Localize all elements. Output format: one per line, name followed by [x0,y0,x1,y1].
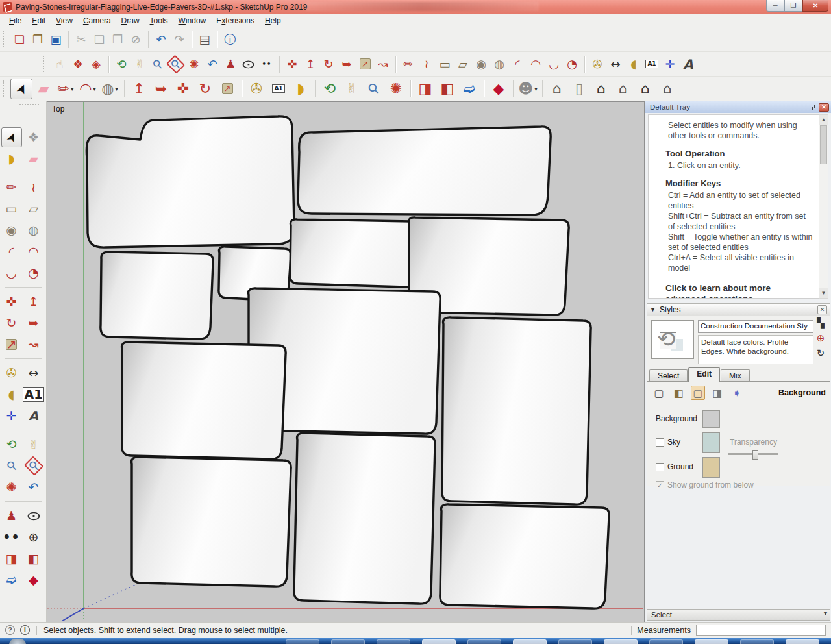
send-to-layout-button[interactable]: ➫ [458,79,480,99]
secondary-pane-icon[interactable]: ▚ [817,319,825,328]
help-status-icon[interactable]: ? [5,625,15,635]
tray-header[interactable]: Default Tray ✕ [645,101,831,113]
zoom-extents-tool[interactable]: ✺ [1,477,22,497]
model-info-button[interactable]: ⓘ [221,31,239,49]
start-button[interactable] [9,639,26,644]
arc-tool[interactable]: ◜ [1,242,22,262]
style-thumbnail[interactable]: ⟲ [651,320,694,359]
rotate-tool[interactable]: ↻ [1,313,22,333]
pan-tool[interactable]: ✌ [130,55,149,73]
sky-color-swatch[interactable] [702,432,720,453]
menu-help[interactable]: Help [260,15,286,27]
menu-window[interactable]: Window [173,15,212,27]
freehand-tool[interactable]: ≀ [417,55,436,73]
dropdown-caret-icon[interactable]: ▾ [93,86,96,92]
zoom-tool[interactable]: ⚲ [149,55,167,73]
tab-edit[interactable]: Edit [688,367,720,382]
update-style-icon[interactable]: ↻ [817,349,825,358]
print-button[interactable]: ▤ [195,31,214,49]
circle-tool[interactable]: ◉ [1,220,22,240]
pie-tool[interactable]: ◔ [563,55,581,73]
delete-button[interactable]: ⊘ [127,31,145,49]
arc-tool[interactable]: ◜ [508,55,527,73]
position-camera-tool[interactable]: ♟ [221,55,240,73]
sky-checkbox[interactable] [656,438,664,447]
line-tool[interactable]: ✏▾ [55,79,77,99]
collapse-triangle-icon[interactable]: ▼ [650,306,656,313]
push-pull-tool[interactable]: ↥ [128,79,150,99]
eraser-tool[interactable]: ▰ [23,149,44,169]
taskbar-app-button[interactable] [740,639,774,644]
learn-more-link[interactable]: Click to learn about more advanced opera… [665,282,813,299]
rectangle-tool[interactable]: ▭ [1,199,22,219]
follow-me-tool[interactable]: ➥ [23,313,44,333]
make-component-tool[interactable]: ❖ [23,127,44,147]
zoom-window-tool[interactable]: ⚲ [167,55,185,73]
modeling-settings-icon[interactable]: ➧ [730,386,744,400]
model-canvas[interactable] [47,102,643,621]
measurements-input[interactable] [696,625,826,636]
ground-color-swatch[interactable] [702,457,720,478]
style-description-input[interactable]: Default face colors. Profile Edges. Whit… [698,335,813,364]
follow-me-tool[interactable]: ➥ [338,55,356,73]
scrollbar-thumb[interactable] [820,125,827,164]
scale-tool[interactable]: ↗ [356,55,374,73]
dimension-tool[interactable]: ↔ [606,55,625,73]
two-point-arc-tool[interactable]: ◠ [527,55,545,73]
taskbar-app-button[interactable] [331,639,365,644]
watermark-settings-icon[interactable]: ◨ [710,386,725,400]
view-right-button[interactable]: ⌂ [612,79,634,99]
dropdown-caret-icon[interactable]: ▾ [534,86,538,92]
look-around-tool[interactable]: ⊙ [240,55,258,73]
taskbar-app-button[interactable] [513,639,547,644]
move-tool[interactable]: ✜ [283,55,301,73]
zoom-tool[interactable]: ⚲ [363,79,385,99]
three-point-arc-tool[interactable]: ◡ [1,263,22,283]
zoom-tool[interactable]: ⚲ [1,456,22,476]
push-pull-tool[interactable]: ↥ [23,291,44,312]
view-iso-button[interactable]: ⌂ [546,79,568,99]
paint-bucket-tool[interactable]: ◗ [1,149,22,169]
components-button[interactable]: ◈ [87,55,105,73]
instructor-scrollbar[interactable]: ▲ ▼ [819,114,828,299]
dimension-tool[interactable]: ↔ [23,363,44,383]
paste-button[interactable]: ❒ [108,31,127,49]
pan-tool[interactable]: ✌ [23,434,44,454]
3d-text-tool[interactable]: A [23,406,44,426]
view-back-button[interactable]: ⌂ [634,79,656,99]
text-tool[interactable]: A1 [267,79,290,99]
paving-stone[interactable] [122,342,286,459]
two-point-arc-tool[interactable]: ◠ [23,242,44,262]
dropdown-caret-icon[interactable]: ▾ [115,86,118,92]
freehand-tool[interactable]: ≀ [23,177,44,197]
menu-tools[interactable]: Tools [145,15,173,27]
minimize-button[interactable]: ─ [766,0,784,12]
paving-stone[interactable] [442,317,591,504]
tab-select[interactable]: Select [649,369,688,382]
polygon-tool[interactable]: ◍ [490,55,508,73]
axes-tool[interactable]: ✛ [1,406,22,426]
collapsed-panel-select[interactable]: Select [647,609,830,621]
pin-icon[interactable] [808,103,816,111]
show-ground-checkbox[interactable]: ✓ [656,481,664,489]
orbit-tool[interactable]: ⟲ [1,434,22,454]
styles-panel-header[interactable]: ▼ Styles ✕ [647,303,830,316]
tape-measure-tool[interactable]: ✇ [245,79,267,99]
menu-extensions[interactable]: Extensions [211,15,260,27]
orbit-tool[interactable]: ⟲ [319,79,341,99]
zoom-extents-tool[interactable]: ✺ [385,79,407,99]
previous-view-button[interactable]: ↶ [203,55,221,73]
rotate-tool[interactable]: ↻ [319,55,338,73]
paving-stone[interactable] [132,457,291,586]
protractor-tool[interactable]: ◖ [1,384,22,404]
menu-view[interactable]: View [51,15,78,27]
zoom-extents-tool[interactable]: ✺ [185,55,203,73]
arcs-tool[interactable]: ◠▾ [77,79,99,99]
face-settings-icon[interactable]: ◧ [671,386,686,400]
3d-warehouse-button[interactable]: ◨ [1,549,22,569]
axes-tool[interactable]: ✛ [661,55,679,73]
edge-settings-icon[interactable]: ▢ [652,386,666,400]
pan-tool[interactable]: ✌ [341,79,363,99]
walk-tool[interactable]: •• [1,527,22,547]
paving-stone[interactable] [294,433,435,604]
